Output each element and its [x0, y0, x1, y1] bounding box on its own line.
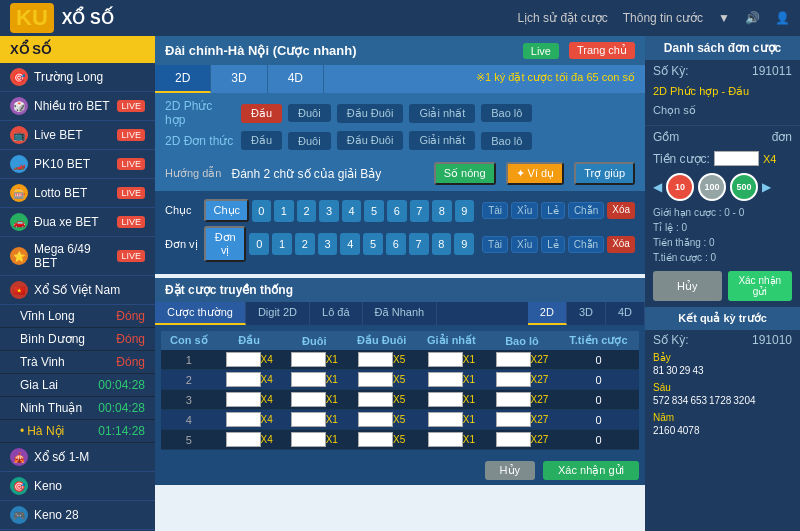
don-vi-btn-5[interactable]: 5 [363, 233, 383, 255]
chuc-btn-7[interactable]: 7 [410, 200, 430, 222]
sidebar-item-lotto[interactable]: 🎰 Lotto BET LIVE [0, 179, 155, 208]
tien-cuoc-input[interactable] [714, 151, 759, 166]
don-vi-chan-btn[interactable]: Chẵn [568, 236, 604, 253]
row-2-daudui-input[interactable] [358, 372, 393, 387]
don-vi-select-btn[interactable]: Đơn vị [204, 226, 246, 262]
chip-next-arrow[interactable]: ▶ [762, 180, 771, 194]
don-vi-btn-2[interactable]: 2 [295, 233, 315, 255]
tab-4d[interactable]: 4D [268, 65, 324, 93]
don-vi-xoa-btn[interactable]: Xóa [607, 236, 635, 253]
right-huy-btn[interactable]: Hủy [653, 271, 722, 301]
don-thuc-bao-lo-btn[interactable]: Bao lô [481, 132, 532, 150]
chuc-xiu-btn[interactable]: Xỉu [511, 202, 538, 219]
chuc-btn-2[interactable]: 2 [297, 200, 317, 222]
row-3-duoi-input[interactable] [291, 392, 326, 407]
don-vi-btn-0[interactable]: 0 [249, 233, 269, 255]
don-vi-btn-9[interactable]: 9 [454, 233, 474, 255]
vi-du-button[interactable]: ✦ Ví dụ [506, 162, 565, 185]
chuc-btn-6[interactable]: 6 [387, 200, 407, 222]
don-vi-btn-8[interactable]: 8 [432, 233, 452, 255]
sidebar-item-live[interactable]: 📺 Live BET LIVE [0, 121, 155, 150]
chuc-le-btn[interactable]: Lẻ [541, 202, 565, 219]
row-1-giainhat-input[interactable] [428, 352, 463, 367]
sidebar-sub-binh-duong[interactable]: Bình Dương Đóng [0, 328, 155, 351]
row-3-baolo-input[interactable] [496, 392, 531, 407]
row-1-con-so[interactable] [226, 352, 261, 367]
trad-2d-tab[interactable]: 2D [528, 302, 567, 325]
row-4-con-so[interactable] [226, 412, 261, 427]
trad-tab-da-nhanh[interactable]: Đã Nhanh [363, 302, 438, 325]
tab-3d[interactable]: 3D [211, 65, 267, 93]
row-3-daudui-input[interactable] [358, 392, 393, 407]
trad-tab-digit2d[interactable]: Digit 2D [246, 302, 310, 325]
row-5-baolo-input[interactable] [496, 432, 531, 447]
don-vi-le-btn[interactable]: Lẻ [541, 236, 565, 253]
row-2-con-so[interactable] [226, 372, 261, 387]
don-thuc-duoi-btn[interactable]: Đuôi [288, 132, 331, 150]
sidebar-sub-gia-lai[interactable]: Gia Lai 00:04:28 [0, 374, 155, 397]
sidebar-item-xo-so-1m[interactable]: 🎪 Xổ số 1-M [0, 443, 155, 472]
speaker-icon[interactable]: 🔊 [745, 11, 760, 25]
don-vi-btn-3[interactable]: 3 [318, 233, 338, 255]
sidebar-item-pk10[interactable]: 🏎️ PK10 BET LIVE [0, 150, 155, 179]
phuc-hop-bao-lo-btn[interactable]: Bao lô [481, 104, 532, 122]
sidebar-item-keno[interactable]: 🎯 Keno [0, 472, 155, 501]
don-vi-btn-6[interactable]: 6 [386, 233, 406, 255]
sidebar-item-nhieu-tro[interactable]: 🎲 Nhiều trò BET LIVE [0, 92, 155, 121]
chuc-chan-btn[interactable]: Chẵn [568, 202, 604, 219]
chuc-btn-4[interactable]: 4 [342, 200, 362, 222]
don-vi-btn-7[interactable]: 7 [409, 233, 429, 255]
sidebar-sub-ninh-thuan[interactable]: Ninh Thuận 00:04:28 [0, 397, 155, 420]
chuc-btn-9[interactable]: 9 [455, 200, 475, 222]
row-1-daudui-input[interactable] [358, 352, 393, 367]
don-thuc-dau-btn[interactable]: Đầu [241, 131, 282, 150]
row-4-baolo-input[interactable] [496, 412, 531, 427]
row-1-duoi-input[interactable] [291, 352, 326, 367]
don-thuc-dau-duoi-btn[interactable]: Đầu Đuôi [337, 131, 404, 150]
row-4-daudui-input[interactable] [358, 412, 393, 427]
history-link[interactable]: Lịch sử đặt cược [517, 11, 607, 25]
traditional-huy-btn[interactable]: Hủy [485, 461, 535, 480]
row-5-con-so[interactable] [226, 432, 261, 447]
so-nong-button[interactable]: Số nóng [434, 162, 496, 185]
row-5-duoi-input[interactable] [291, 432, 326, 447]
traditional-xacnhan-btn[interactable]: Xác nhận gửi [543, 461, 639, 480]
trang-chu-button[interactable]: Trang chủ [569, 42, 635, 59]
trad-tab-lo-da[interactable]: Lô đá [310, 302, 363, 325]
sidebar-item-truong-long[interactable]: 🎯 Trường Long [0, 63, 155, 92]
sidebar-sub-ha-noi[interactable]: • Hà Nội 01:14:28 [0, 420, 155, 443]
chuc-select-btn[interactable]: Chục [204, 199, 249, 222]
don-vi-btn-1[interactable]: 1 [272, 233, 292, 255]
chuc-btn-0[interactable]: 0 [252, 200, 272, 222]
sidebar-item-keno28[interactable]: 🎮 Keno 28 [0, 501, 155, 530]
row-2-baolo-input[interactable] [496, 372, 531, 387]
tab-2d[interactable]: 2D [155, 65, 211, 93]
trad-3d-tab[interactable]: 3D [567, 302, 606, 325]
account-link[interactable]: Thông tin cước [623, 11, 703, 25]
chip-10[interactable]: 10 [666, 173, 694, 201]
don-thuc-giai-nhat-btn[interactable]: Giải nhất [409, 131, 475, 150]
sidebar-sub-tra-vinh[interactable]: Trà Vinh Đóng [0, 351, 155, 374]
chuc-xoa-btn[interactable]: Xóa [607, 202, 635, 219]
chip-100[interactable]: 100 [698, 173, 726, 201]
row-4-duoi-input[interactable] [291, 412, 326, 427]
row-3-giainhat-input[interactable] [428, 392, 463, 407]
trad-4d-tab[interactable]: 4D [606, 302, 645, 325]
sidebar-item-mega[interactable]: ⭐ Mega 6/49 BET LIVE [0, 237, 155, 276]
phuc-hop-giai-nhat-btn[interactable]: Giải nhất [409, 104, 475, 123]
don-vi-btn-4[interactable]: 4 [340, 233, 360, 255]
chuc-tai-btn[interactable]: Tài [482, 202, 508, 219]
don-vi-tai-btn[interactable]: Tài [482, 236, 508, 253]
chip-prev-arrow[interactable]: ◀ [653, 180, 662, 194]
chuc-btn-8[interactable]: 8 [432, 200, 452, 222]
row-1-baolo-input[interactable] [496, 352, 531, 367]
sidebar-item-xo-so-vn[interactable]: 🇻🇳 Xổ Số Việt Nam [0, 276, 155, 305]
row-3-con-so[interactable] [226, 392, 261, 407]
sidebar-sub-vinh-long[interactable]: Vĩnh Long Đóng [0, 305, 155, 328]
row-4-giainhat-input[interactable] [428, 412, 463, 427]
row-5-daudui-input[interactable] [358, 432, 393, 447]
chuc-btn-3[interactable]: 3 [319, 200, 339, 222]
live-button[interactable]: Live [523, 43, 559, 59]
trad-tab-cuoc-thuong[interactable]: Cược thường [155, 302, 246, 325]
phuc-hop-dau-btn[interactable]: Đầu [241, 104, 282, 123]
